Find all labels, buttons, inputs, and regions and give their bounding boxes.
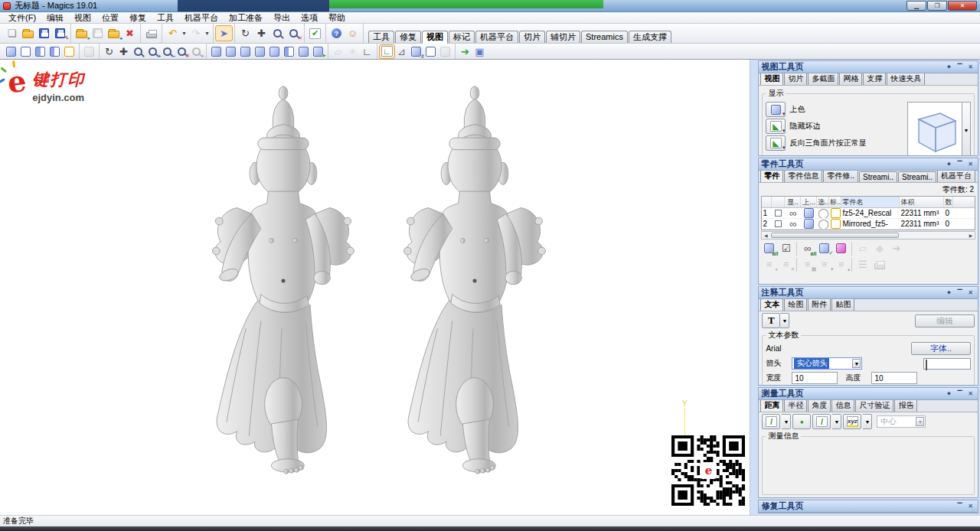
select-tool-icon[interactable]: ➤: [216, 26, 232, 41]
hide-bad-edges-icon[interactable]: ◣▾: [766, 119, 786, 134]
part-select-icon[interactable]: ◯: [818, 208, 829, 218]
chevron-down-icon[interactable]: ▼: [852, 359, 861, 368]
measure-tab-角度[interactable]: 角度: [808, 400, 831, 412]
save-as-icon[interactable]: ✎: [52, 26, 68, 41]
list-down-icon[interactable]: ≡▾: [816, 257, 832, 272]
scroll-right-icon[interactable]: ▶: [967, 233, 975, 238]
section-mode-icon[interactable]: [47, 45, 62, 58]
parts-tab-Streami[interactable]: Streami..: [859, 171, 897, 182]
zoom-in-icon[interactable]: +: [145, 45, 160, 58]
view-left-icon[interactable]: [238, 45, 253, 58]
measure-tab-半径[interactable]: 半径: [784, 400, 807, 412]
color-parts-icon[interactable]: [833, 241, 849, 256]
view-tab-支撑[interactable]: 支撑: [863, 73, 886, 85]
link-icon[interactable]: ▪: [792, 414, 811, 429]
select-all-icon[interactable]: all: [761, 241, 777, 256]
collapse-icon[interactable]: ▔: [955, 63, 965, 71]
view-front-icon[interactable]: [209, 45, 224, 58]
ribbon-tab-修复[interactable]: 修复: [395, 31, 421, 43]
part-tag-icon[interactable]: [830, 219, 841, 229]
view-bottom-icon[interactable]: [282, 45, 296, 58]
ribbon-tab-Streamics[interactable]: Streamics: [581, 31, 628, 43]
close-icon[interactable]: ✕: [965, 389, 975, 398]
part-shade-icon[interactable]: [802, 219, 816, 229]
capture-screenshot-icon[interactable]: ▣: [472, 45, 487, 58]
shade-cube-icon-dropdown[interactable]: ▾: [782, 111, 786, 117]
ribbon-tab-标记[interactable]: 标记: [449, 31, 475, 43]
view-right-icon[interactable]: [253, 45, 267, 58]
measure-tab-信息[interactable]: 信息: [831, 400, 854, 412]
menu-加工准备[interactable]: 加工准备: [224, 12, 268, 23]
fix-tab-基本[interactable]: 基本: [799, 513, 822, 513]
menu-编辑[interactable]: 编辑: [41, 12, 69, 23]
axes-small-icon[interactable]: ∟: [360, 45, 374, 58]
assistant-icon[interactable]: ☺: [345, 26, 361, 41]
toggle-selection-icon[interactable]: ☑: [778, 241, 794, 256]
ribbon-tab-生成支撑[interactable]: 生成支撑: [629, 31, 671, 43]
hide-bad-edges-icon-dropdown[interactable]: ▾: [782, 128, 786, 134]
font-button[interactable]: 字体..: [911, 342, 971, 355]
fix-tab-三角形[interactable]: 三角形: [839, 513, 870, 513]
measure-line-icon-dropdown[interactable]: ▼: [832, 414, 841, 429]
part-row-Mirrored_fz5-[interactable]: 2∞◯Mirrored_fz5-22311 mm³0: [762, 219, 975, 230]
collapse-icon[interactable]: ▔: [955, 288, 965, 297]
save-part-icon[interactable]: [90, 26, 106, 41]
pin-icon[interactable]: ⌖: [944, 288, 954, 297]
pan-tool-icon[interactable]: ✚: [116, 45, 131, 58]
annotations-tab-附件[interactable]: 附件: [808, 299, 831, 311]
annotations-tab-文本[interactable]: 文本: [760, 299, 783, 311]
wire-cube-toggle-icon[interactable]: [423, 45, 438, 58]
undo-icon-dropdown[interactable]: ▼: [181, 26, 188, 41]
arrow-style-select[interactable]: 实心箭头 ▼: [792, 357, 862, 370]
pan-view-icon[interactable]: ✚: [253, 26, 270, 41]
part-checkbox[interactable]: [775, 220, 782, 227]
view-tab-快速夹具[interactable]: 快速夹具: [887, 73, 925, 85]
list-group-icon[interactable]: ≡▦: [799, 257, 815, 272]
close-button[interactable]: ✕: [948, 1, 977, 11]
measure-tab-报告[interactable]: 报告: [894, 400, 917, 412]
load-part-icon[interactable]: ▸: [74, 26, 90, 41]
platform-toggle-icon[interactable]: ▱: [331, 45, 345, 58]
fix-tab-孔[interactable]: 孔: [823, 513, 838, 513]
shade-wire-mode-icon[interactable]: [33, 45, 47, 58]
view-back-icon[interactable]: [224, 45, 238, 58]
parts-tab-Streami[interactable]: Streami..: [898, 171, 936, 182]
maximize-button[interactable]: ❐: [927, 1, 947, 11]
part-row-fz5-24_Rescal[interactable]: 1∞◯fz5-24_Rescal22311 mm³0: [762, 208, 975, 219]
pin-icon[interactable]: ⌖: [944, 160, 954, 168]
export-part-icon[interactable]: ➔: [888, 241, 904, 256]
collapse-icon[interactable]: ▔: [955, 502, 965, 510]
ribbon-tab-视图[interactable]: 视图: [422, 31, 448, 44]
menu-工具[interactable]: 工具: [152, 12, 179, 23]
close-icon[interactable]: ✕: [965, 160, 975, 168]
new-document-icon[interactable]: ❏: [4, 26, 20, 41]
parts-tab-零件修[interactable]: 零件修..: [823, 171, 858, 182]
measure-point-point-icon[interactable]: /: [762, 414, 780, 429]
menu-修复[interactable]: 修复: [124, 12, 152, 23]
menu-选项[interactable]: 选项: [296, 12, 323, 23]
zoom-out-icon[interactable]: −: [160, 45, 175, 58]
to-platform-icon[interactable]: ▱: [854, 241, 871, 256]
inverted-triangles-icon-dropdown[interactable]: ▾: [782, 145, 786, 151]
list-up-icon[interactable]: ≡▴: [833, 257, 849, 272]
zoom-selected-icon[interactable]: ▸: [189, 45, 204, 58]
collapse-icon[interactable]: ▔: [955, 160, 965, 168]
collapse-icon[interactable]: ▔: [955, 389, 965, 398]
menu-位置[interactable]: 位置: [96, 12, 124, 23]
zoom-window-icon[interactable]: [131, 45, 145, 58]
orientation-cube-preview[interactable]: [907, 102, 962, 155]
measure-tab-距离[interactable]: 距离: [760, 400, 783, 412]
measure-line-icon[interactable]: /: [812, 414, 831, 429]
view-all-icon[interactable]: ∞all: [799, 241, 815, 256]
annotations-tab-贴图[interactable]: 贴图: [831, 299, 854, 311]
rotate-tool-icon[interactable]: ↻: [102, 45, 116, 58]
list-add-icon[interactable]: ≡+: [761, 257, 777, 272]
parts-tab-机器平台[interactable]: 机器平台: [937, 171, 975, 182]
minimize-button[interactable]: ▁: [906, 1, 926, 11]
fix-tab-自动修复[interactable]: 自动修复: [760, 513, 799, 513]
redo-icon-dropdown[interactable]: ▼: [204, 26, 211, 41]
text-annotation-dropdown[interactable]: ▼: [780, 313, 789, 328]
width-input[interactable]: [792, 372, 838, 384]
scroll-left-icon[interactable]: ◀: [762, 233, 769, 238]
view-iso-rear-icon[interactable]: ➤: [311, 45, 325, 58]
